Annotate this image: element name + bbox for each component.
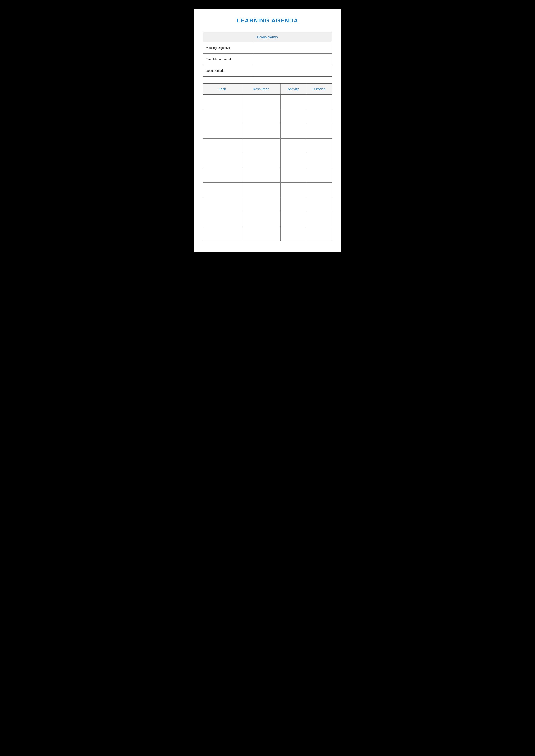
col-header-duration: Duration xyxy=(306,83,332,94)
task-cell-task-8 xyxy=(203,212,242,226)
task-cell-task-4 xyxy=(203,153,242,168)
task-row xyxy=(203,168,332,182)
task-cell-duration-4 xyxy=(306,153,332,168)
task-cell-resources-7 xyxy=(242,197,280,212)
group-norms-label-1: Time Management xyxy=(203,54,253,65)
task-cell-duration-2 xyxy=(306,124,332,138)
task-cell-resources-8 xyxy=(242,212,280,226)
group-norms-row: Time Management xyxy=(203,54,332,65)
group-norms-value-2 xyxy=(253,65,332,77)
task-cell-activity-4 xyxy=(280,153,306,168)
task-cell-activity-7 xyxy=(280,197,306,212)
task-row xyxy=(203,94,332,109)
task-cell-duration-8 xyxy=(306,212,332,226)
task-row xyxy=(203,153,332,168)
task-row xyxy=(203,226,332,241)
task-row xyxy=(203,212,332,226)
task-cell-task-9 xyxy=(203,226,242,241)
page: LEARNING AGENDA Group Norms Meeting Obje… xyxy=(194,9,341,252)
task-cell-resources-3 xyxy=(242,138,280,153)
task-cell-activity-1 xyxy=(280,109,306,124)
task-cell-duration-7 xyxy=(306,197,332,212)
col-header-task: Task xyxy=(203,83,242,94)
task-cell-activity-8 xyxy=(280,212,306,226)
task-cell-resources-5 xyxy=(242,168,280,182)
group-norms-row: Meeting Objective xyxy=(203,42,332,54)
task-cell-duration-9 xyxy=(306,226,332,241)
col-header-activity: Activity xyxy=(280,83,306,94)
task-row xyxy=(203,138,332,153)
task-cell-task-6 xyxy=(203,182,242,197)
task-table-header-row: Task Resources Activity Duration xyxy=(203,83,332,94)
task-cell-activity-0 xyxy=(280,94,306,109)
task-cell-task-0 xyxy=(203,94,242,109)
task-cell-resources-2 xyxy=(242,124,280,138)
task-cell-activity-5 xyxy=(280,168,306,182)
task-cell-duration-5 xyxy=(306,168,332,182)
task-cell-duration-6 xyxy=(306,182,332,197)
task-cell-activity-6 xyxy=(280,182,306,197)
task-cell-resources-4 xyxy=(242,153,280,168)
group-norms-body: Meeting ObjectiveTime ManagementDocument… xyxy=(203,42,332,76)
task-cell-task-2 xyxy=(203,124,242,138)
task-cell-activity-2 xyxy=(280,124,306,138)
col-header-resources: Resources xyxy=(242,83,280,94)
group-norms-header-label: Group Norms xyxy=(203,32,332,42)
group-norms-label-0: Meeting Objective xyxy=(203,42,253,54)
task-cell-task-3 xyxy=(203,138,242,153)
task-row xyxy=(203,182,332,197)
task-cell-task-7 xyxy=(203,197,242,212)
task-cell-duration-0 xyxy=(306,94,332,109)
group-norms-table: Group Norms Meeting ObjectiveTime Manage… xyxy=(203,32,332,77)
task-table-body xyxy=(203,94,332,241)
task-table: Task Resources Activity Duration xyxy=(203,83,332,241)
group-norms-header-row: Group Norms xyxy=(203,32,332,42)
task-cell-resources-1 xyxy=(242,109,280,124)
task-cell-resources-6 xyxy=(242,182,280,197)
task-cell-duration-3 xyxy=(306,138,332,153)
group-norms-label-2: Documentation xyxy=(203,65,253,77)
page-title: LEARNING AGENDA xyxy=(203,17,332,24)
task-cell-resources-9 xyxy=(242,226,280,241)
group-norms-value-0 xyxy=(253,42,332,54)
task-cell-task-5 xyxy=(203,168,242,182)
task-row xyxy=(203,109,332,124)
task-cell-resources-0 xyxy=(242,94,280,109)
group-norms-value-1 xyxy=(253,54,332,65)
task-cell-duration-1 xyxy=(306,109,332,124)
task-cell-task-1 xyxy=(203,109,242,124)
task-cell-activity-3 xyxy=(280,138,306,153)
task-cell-activity-9 xyxy=(280,226,306,241)
task-row xyxy=(203,197,332,212)
task-row xyxy=(203,124,332,138)
group-norms-row: Documentation xyxy=(203,65,332,77)
